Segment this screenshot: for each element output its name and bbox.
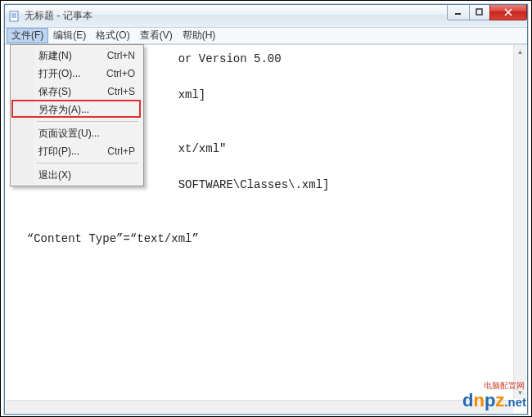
menu-item-save-as[interactable]: 另存为(A)... xyxy=(12,101,142,119)
menu-item-new[interactable]: 新建(N) Ctrl+N xyxy=(12,47,142,65)
menu-format[interactable]: 格式(O) xyxy=(91,28,134,43)
text-fragment: xml] xyxy=(178,88,206,101)
menu-item-shortcut: Ctrl+O xyxy=(106,68,135,79)
menu-label: 文件(F) xyxy=(11,29,43,43)
menu-item-label: 打开(O)... xyxy=(38,67,80,81)
menu-item-label: 另存为(A)... xyxy=(38,103,89,117)
menu-label: 查看(V) xyxy=(140,29,173,43)
minimize-button[interactable] xyxy=(447,5,470,20)
window-controls xyxy=(448,5,527,20)
window-title: 无标题 - 记事本 xyxy=(25,9,92,23)
menu-view[interactable]: 查看(V) xyxy=(135,28,178,43)
menu-item-label: 页面设置(U)... xyxy=(38,127,100,141)
file-menu-dropdown: 新建(N) Ctrl+N 打开(O)... Ctrl+O 保存(S) Ctrl+… xyxy=(10,44,144,186)
watermark-letter: p xyxy=(485,390,495,411)
menu-label: 格式(O) xyxy=(96,29,129,43)
notepad-window: 无标题 - 记事本 文件(F) 编辑(E) 格式(O) 查看(V) 帮助(H) … xyxy=(4,4,528,415)
text-fragment: “Content Type”=“text/xml” xyxy=(27,232,199,245)
menu-item-shortcut: Ctrl+S xyxy=(107,86,135,97)
app-icon xyxy=(8,10,21,23)
menu-item-label: 退出(X) xyxy=(38,168,71,182)
menu-edit[interactable]: 编辑(E) xyxy=(48,28,91,43)
watermark-net: .net xyxy=(504,395,526,409)
menu-label: 帮助(H) xyxy=(183,29,216,43)
text-fragment: SOFTWARE\Classes\.xml] xyxy=(178,178,330,191)
menubar: 文件(F) 编辑(E) 格式(O) 查看(V) 帮助(H) xyxy=(5,28,527,44)
menu-item-save[interactable]: 保存(S) Ctrl+S xyxy=(12,83,142,101)
scroll-up-icon[interactable]: ▲ xyxy=(514,45,526,58)
menu-separator xyxy=(12,119,142,124)
menu-item-page-setup[interactable]: 页面设置(U)... xyxy=(12,124,142,142)
menu-item-open[interactable]: 打开(O)... Ctrl+O xyxy=(12,65,142,83)
watermark-letter: n xyxy=(473,390,484,411)
menu-item-label: 新建(N) xyxy=(38,49,72,63)
menu-help[interactable]: 帮助(H) xyxy=(178,28,221,43)
menu-item-label: 保存(S) xyxy=(38,85,71,99)
watermark-letter: d xyxy=(462,390,473,411)
maximize-button[interactable] xyxy=(469,5,490,20)
watermark-letter: z xyxy=(495,390,504,411)
text-fragment: or Version 5.00 xyxy=(178,52,282,65)
menu-item-shortcut: Ctrl+P xyxy=(107,146,135,157)
titlebar[interactable]: 无标题 - 记事本 xyxy=(5,5,527,28)
menu-label: 编辑(E) xyxy=(53,29,86,43)
svg-rect-5 xyxy=(476,9,482,15)
menu-separator xyxy=(12,160,142,166)
menu-item-shortcut: Ctrl+N xyxy=(107,50,135,61)
vertical-scrollbar[interactable]: ▲ ▼ xyxy=(513,45,526,399)
text-fragment: xt/xml" xyxy=(178,142,227,155)
watermark: 电脑配置网 d n p z .net xyxy=(462,390,526,411)
horizontal-scrollbar[interactable] xyxy=(6,400,513,413)
watermark-sub: 电脑配置网 xyxy=(484,380,525,392)
menu-item-print[interactable]: 打印(P)... Ctrl+P xyxy=(12,142,142,160)
menu-file[interactable]: 文件(F) xyxy=(7,28,48,43)
menu-item-label: 打印(P)... xyxy=(38,145,79,159)
close-button[interactable] xyxy=(489,5,527,20)
menu-item-exit[interactable]: 退出(X) xyxy=(12,166,142,184)
svg-rect-0 xyxy=(10,11,18,21)
